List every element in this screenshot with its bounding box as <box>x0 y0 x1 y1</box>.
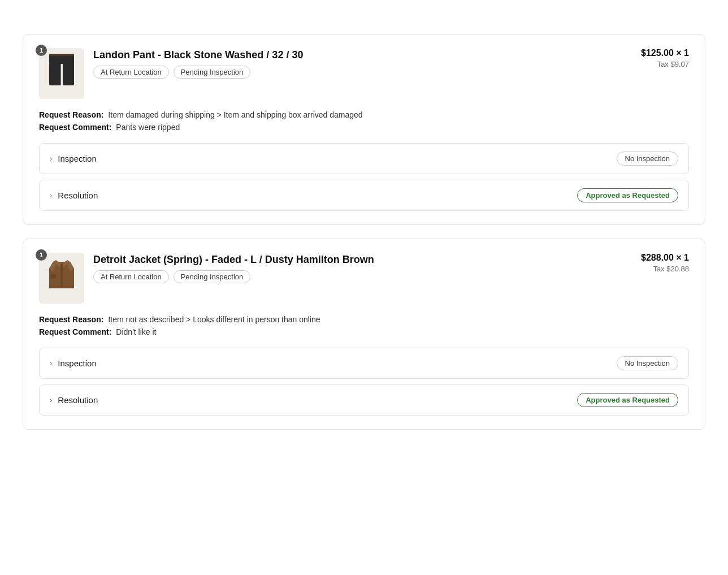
inspection-chevron-icon: › <box>50 154 52 163</box>
status-badge-1: At Return Location <box>93 270 169 283</box>
quantity-badge: 1 <box>36 249 47 261</box>
request-reason-label: Request Reason: <box>39 110 103 119</box>
product-thumbnail <box>39 48 84 99</box>
request-details: Request Reason: Item damaged during ship… <box>39 110 689 132</box>
item-price: $125.00 × 1 <box>641 48 689 58</box>
item-name: Detroit Jacket (Spring) - Faded - L / Du… <box>93 254 374 266</box>
item-header: 1 Landon Pant - Black Stone Washed / 32 … <box>39 48 689 99</box>
quantity-badge: 1 <box>36 45 47 56</box>
svg-rect-6 <box>50 274 56 278</box>
request-reason-label: Request Reason: <box>39 315 103 324</box>
item-left: 1 Landon Pant - Black Stone Washed / 32 … <box>39 48 303 99</box>
resolution-chevron-icon: › <box>50 396 52 404</box>
request-comment-row: Request Comment: Didn't like it <box>39 327 689 336</box>
resolution-section[interactable]: › Resolution Approved as Requested <box>39 180 689 211</box>
status-badge-2: Pending Inspection <box>174 270 251 283</box>
inspection-status-badge: No Inspection <box>617 356 679 370</box>
request-comment-label: Request Comment: <box>39 327 111 336</box>
svg-rect-3 <box>49 54 74 56</box>
request-comment-value: Pants were ripped <box>116 123 180 132</box>
item-price: $288.00 × 1 <box>641 253 689 263</box>
item-left: 1 Detroit Jacket (Spring) - Faded - L / … <box>39 253 374 304</box>
request-reason-row: Request Reason: Item not as described > … <box>39 315 689 324</box>
item-right: $125.00 × 1 Tax $9.07 <box>641 48 689 68</box>
status-badge-1: At Return Location <box>93 66 169 79</box>
request-comment-label: Request Comment: <box>39 123 111 132</box>
item-tax: Tax $9.07 <box>641 60 689 68</box>
thumbnail-wrapper: 1 <box>39 253 84 304</box>
resolution-label: Resolution <box>58 395 98 405</box>
svg-rect-1 <box>49 63 60 85</box>
request-reason-value: Item not as described > Looks different … <box>108 315 320 324</box>
resolution-status-badge: Approved as Requested <box>577 393 678 407</box>
status-badges: At Return LocationPending Inspection <box>93 270 374 283</box>
item-name: Landon Pant - Black Stone Washed / 32 / … <box>93 49 303 61</box>
item-info: Detroit Jacket (Spring) - Faded - L / Du… <box>93 253 374 283</box>
inspection-chevron-icon: › <box>50 359 52 368</box>
inspection-label: Inspection <box>58 358 96 368</box>
inspection-status-badge: No Inspection <box>617 152 679 166</box>
item-right: $288.00 × 1 Tax $20.88 <box>641 253 689 273</box>
status-badge-2: Pending Inspection <box>174 66 251 79</box>
request-comment-row: Request Comment: Pants were ripped <box>39 123 689 132</box>
inspection-section[interactable]: › Inspection No Inspection <box>39 143 689 174</box>
request-card-2: 1 Detroit Jacket (Spring) - Faded - L / … <box>23 239 705 430</box>
request-comment-value: Didn't like it <box>116 327 156 336</box>
item-info: Landon Pant - Black Stone Washed / 32 / … <box>93 48 303 79</box>
resolution-section[interactable]: › Resolution Approved as Requested <box>39 384 689 416</box>
resolution-chevron-icon: › <box>50 191 52 200</box>
request-details: Request Reason: Item not as described > … <box>39 315 689 336</box>
status-badges: At Return LocationPending Inspection <box>93 66 303 79</box>
resolution-status-badge: Approved as Requested <box>577 188 678 202</box>
inspection-label: Inspection <box>58 154 96 163</box>
svg-rect-2 <box>63 63 74 85</box>
request-card-1: 1 Landon Pant - Black Stone Washed / 32 … <box>23 34 705 225</box>
svg-rect-5 <box>60 264 63 287</box>
item-tax: Tax $20.88 <box>641 265 689 273</box>
item-header: 1 Detroit Jacket (Spring) - Faded - L / … <box>39 253 689 304</box>
resolution-label: Resolution <box>58 191 98 200</box>
request-reason-value: Item damaged during shipping > Item and … <box>108 110 362 119</box>
inspection-section[interactable]: › Inspection No Inspection <box>39 348 689 379</box>
product-thumbnail <box>39 253 84 304</box>
request-reason-row: Request Reason: Item damaged during ship… <box>39 110 689 119</box>
thumbnail-wrapper: 1 <box>39 48 84 99</box>
